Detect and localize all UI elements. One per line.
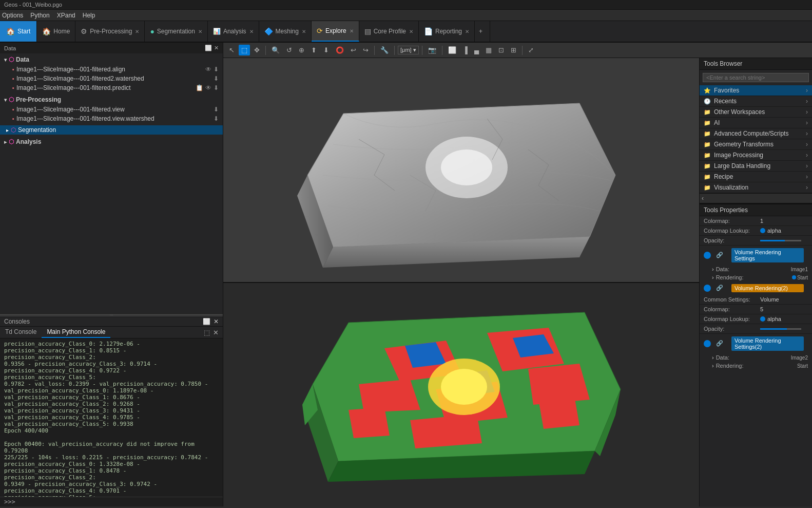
tab-start[interactable]: 🏠 Start — [0, 21, 37, 42]
tab-home[interactable]: 🏠 Home — [37, 21, 75, 42]
tool-rotate[interactable]: ↺ — [284, 45, 295, 55]
predict-eye-icon[interactable]: 👁 — [205, 84, 211, 91]
watershed-download-icon[interactable]: ⬇ — [214, 75, 219, 82]
viewport-top[interactable] — [223, 58, 699, 283]
tab-more[interactable]: + — [475, 21, 490, 42]
tab-explore-close[interactable]: ✕ — [350, 28, 354, 34]
rendering-expand-1[interactable]: › Rendering: Start — [700, 273, 812, 281]
tools-item-visualization[interactable]: 📁 Visualization › — [700, 182, 812, 193]
data-chevron: ▾ — [4, 57, 7, 63]
tab-main-python[interactable]: Main Python Console — [42, 327, 110, 338]
console-expand[interactable]: ⬜ — [203, 318, 210, 325]
tree-item-segmentation[interactable]: ▸ ⬡ Segmentation — [0, 125, 223, 135]
view-single[interactable]: ⬜ — [446, 45, 459, 55]
volrender3-toggle-1[interactable] — [704, 340, 711, 347]
tab-meshing[interactable]: 🔷 Meshing ✕ — [259, 21, 312, 42]
volrender1-link[interactable]: 🔗 — [716, 252, 723, 259]
menu-help[interactable]: Help — [83, 12, 95, 19]
view-quad[interactable]: ▦ — [483, 45, 494, 55]
tree-data-header[interactable]: ▾ ⬡ Data — [0, 54, 223, 65]
volrender3-link[interactable]: 🔗 — [716, 340, 723, 347]
tab-coreprofile[interactable]: ▤ Core Profile ✕ — [359, 21, 419, 42]
tools-search-input[interactable] — [703, 73, 809, 82]
data-expand-2[interactable]: › Data: Image2 — [700, 353, 812, 362]
seg-folder-icon: ⬡ — [11, 126, 16, 134]
tab-reporting-close[interactable]: ✕ — [465, 29, 469, 34]
tool-expand[interactable]: ⤢ — [526, 45, 536, 55]
tree-preprocessing-header[interactable]: ▾ ⬡ Pre-Processing — [0, 95, 223, 105]
tool-camera[interactable]: 📷 — [426, 45, 439, 55]
volrender1-btn[interactable]: Volume Rendering Settings — [731, 248, 804, 262]
tab-explore[interactable]: ⟳ Explore ✕ — [312, 21, 359, 42]
tool-redo[interactable]: ↪ — [360, 45, 371, 55]
view-grid[interactable]: ⊡ — [496, 45, 507, 55]
volrender2-link[interactable]: 🔗 — [716, 285, 723, 292]
console-input-field[interactable] — [17, 499, 219, 505]
predict-download-icon[interactable]: ⬇ — [214, 84, 219, 91]
tab-segmentation[interactable]: ● Segmentation ✕ — [145, 21, 208, 42]
tree-item-predict[interactable]: ▪ Image1---SliceImage---001-filtered.pre… — [0, 83, 223, 92]
tab-preprocessing[interactable]: ⚙ Pre-Processing ✕ — [75, 21, 145, 42]
tool-settings[interactable]: 🔧 — [378, 45, 391, 55]
data-close[interactable]: ✕ — [214, 45, 219, 51]
data-expand-1[interactable]: › Data: Image1 — [700, 265, 812, 273]
tab-meshing-close[interactable]: ✕ — [302, 29, 306, 34]
tree-item-watershed[interactable]: ▪ Image1---SliceImage---001-filtered2.wa… — [0, 74, 223, 83]
tools-item-favorites[interactable]: ⭐ Favorites › — [700, 85, 812, 96]
tool-move[interactable]: ✥ — [252, 45, 262, 55]
menu-python[interactable]: Python — [30, 12, 49, 19]
volrender1-toggle-1[interactable] — [704, 252, 711, 259]
tool-arrow[interactable]: ↖ — [226, 45, 237, 55]
tree-item-view[interactable]: ▪ Image1---SliceImage---001-filtered.vie… — [0, 105, 223, 114]
menu-options[interactable]: Options — [2, 12, 23, 19]
menu-xpand[interactable]: XPand — [57, 12, 75, 19]
collapse-left-icon[interactable]: ‹ — [702, 195, 704, 202]
rendering-expand-2[interactable]: › Rendering: Start — [700, 362, 812, 370]
tool-select[interactable]: ⬚ — [239, 45, 250, 55]
tool-zoom[interactable]: 🔍 — [269, 45, 282, 55]
predict-clipboard-icon[interactable]: 📋 — [196, 84, 203, 91]
tab-td-console[interactable]: Td Console — [0, 327, 42, 338]
view-dual-h[interactable]: ▄ — [472, 45, 481, 55]
tab-analysis-close[interactable]: ✕ — [249, 29, 254, 34]
tools-item-recipe[interactable]: 📁 Recipe › — [700, 172, 812, 182]
tab-segmentation-close[interactable]: ✕ — [198, 29, 202, 34]
left-panel: Data ⬜ ✕ ▾ ⬡ Data ▪ Image1---SliceImage-… — [0, 43, 223, 506]
tools-item-recents[interactable]: 🕐 Recents › — [700, 96, 812, 107]
align-download-icon[interactable]: ⬇ — [214, 66, 219, 73]
data-maximize[interactable]: ⬜ — [205, 45, 212, 51]
tools-item-imageprocessing[interactable]: 📁 Image Processing › — [700, 150, 812, 161]
tree-item-view-watershed[interactable]: ▪ Image1---SliceImage---001-filtered.vie… — [0, 114, 223, 123]
tool-down[interactable]: ⬇ — [321, 45, 332, 55]
tools-item-otherworkspaces[interactable]: 📁 Other Workspaces › — [700, 107, 812, 118]
tools-item-geotransforms[interactable]: 📁 Geometry Transforms › — [700, 139, 812, 150]
tab-preprocessing-close[interactable]: ✕ — [135, 29, 139, 34]
tools-item-ai[interactable]: 📁 AI › — [700, 118, 812, 128]
tools-item-advcompute[interactable]: 📁 Advanced Compute/Scripts › — [700, 128, 812, 139]
opacity-slider-2[interactable] — [760, 328, 801, 330]
tool-center[interactable]: ⊕ — [296, 45, 307, 55]
tool-undo[interactable]: ↩ — [348, 45, 359, 55]
volrender2-toggle-1[interactable] — [704, 285, 711, 292]
view-watershed-download-icon[interactable]: ⬇ — [214, 115, 219, 122]
viewport-bottom[interactable] — [223, 283, 699, 507]
tab-coreprofile-close[interactable]: ✕ — [409, 29, 413, 34]
unit-dropdown[interactable]: [μm] ▾ — [398, 46, 419, 54]
tree-item-align[interactable]: ▪ Image1---SliceImage---001-filtered.ali… — [0, 65, 223, 74]
tab-analysis[interactable]: 📊 Analysis ✕ — [208, 21, 259, 42]
tab-reporting[interactable]: 📄 Reporting ✕ — [419, 21, 475, 42]
tools-item-largedata[interactable]: 📁 Large Data Handling › — [700, 161, 812, 172]
opacity-slider-1[interactable] — [760, 240, 801, 241]
view-dual-v[interactable]: ▐ — [460, 45, 470, 55]
tree-analysis-header[interactable]: ▸ ⬡ Analysis — [0, 137, 223, 147]
volrender3-btn[interactable]: Volume Rendering Settings(2) — [731, 336, 804, 351]
tool-up[interactable]: ⬆ — [308, 45, 319, 55]
view-more[interactable]: ⊞ — [508, 45, 519, 55]
tool-circle[interactable]: ⭕ — [333, 45, 346, 55]
volrender2-btn[interactable]: Volume Rendering(2) — [731, 284, 804, 292]
view-download-icon[interactable]: ⬇ — [214, 106, 219, 113]
console-clear-icon[interactable]: ⬚ — [204, 329, 210, 336]
console-close[interactable]: ✕ — [214, 318, 219, 325]
console-x-icon[interactable]: ✕ — [213, 329, 219, 336]
align-eye-icon[interactable]: 👁 — [205, 66, 211, 73]
